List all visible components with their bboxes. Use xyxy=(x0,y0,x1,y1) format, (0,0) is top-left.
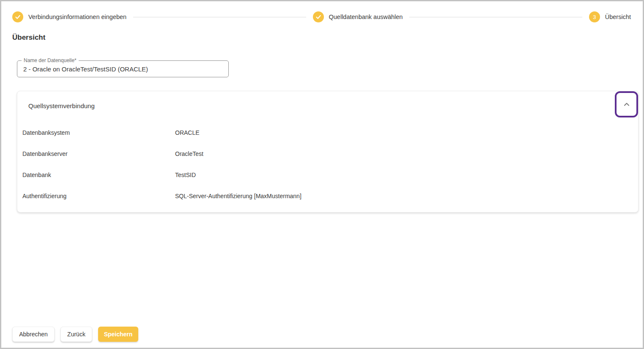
step-3-uebersicht[interactable]: 3 Übersicht xyxy=(589,11,631,22)
step-1-verbindungsinformationen[interactable]: Verbindungsinformationen eingeben xyxy=(12,11,126,22)
table-row: Datenbanksystem ORACLE xyxy=(17,122,638,143)
step-completed-check-icon xyxy=(12,11,23,22)
table-row: Datenbank TestSID xyxy=(17,164,638,185)
table-row: Authentifizierung SQL-Server-Authentifiz… xyxy=(17,185,638,207)
datasource-name-label: Name der Datenquelle* xyxy=(22,57,79,64)
save-button[interactable]: Speichern xyxy=(98,327,138,342)
source-connection-card: Quellsystemverbindung Datenbanksystem OR… xyxy=(17,91,639,213)
row-label: Datenbank xyxy=(22,172,175,178)
row-value: TestSID xyxy=(175,172,196,178)
back-button[interactable]: Zurück xyxy=(60,327,92,342)
row-label: Datenbankserver xyxy=(22,150,175,157)
row-value: ORACLE xyxy=(175,129,200,136)
chevron-up-icon xyxy=(623,102,630,107)
row-label: Datenbanksystem xyxy=(22,129,175,136)
card-title: Quellsystemverbindung xyxy=(17,91,638,109)
step-completed-check-icon xyxy=(313,11,324,22)
step-3-label: Übersicht xyxy=(605,14,631,20)
step-number-badge: 3 xyxy=(589,11,600,22)
step-1-label: Verbindungsinformationen eingeben xyxy=(28,14,126,20)
datasource-name-field: Name der Datenquelle* xyxy=(17,60,229,77)
stepper-connector xyxy=(409,17,582,17)
wizard-footer: Abbrechen Zurück Speichern xyxy=(12,327,643,342)
table-row: Datenbankserver OracleTest xyxy=(17,143,638,164)
row-value: OracleTest xyxy=(175,150,203,157)
step-2-label: Quelldatenbank auswählen xyxy=(329,14,403,20)
card-rows: Datenbanksystem ORACLE Datenbankserver O… xyxy=(17,122,638,207)
row-value: SQL-Server-Authentifizierung [MaxMusterm… xyxy=(175,193,301,199)
page-title: Übersicht xyxy=(12,33,643,42)
wizard-stepper: Verbindungsinformationen eingeben Quelld… xyxy=(1,1,643,22)
collapse-card-button[interactable] xyxy=(615,91,638,117)
row-label: Authentifizierung xyxy=(22,193,175,199)
stepper-connector xyxy=(133,17,306,17)
cancel-button[interactable]: Abbrechen xyxy=(12,327,55,342)
step-2-quelldatenbank[interactable]: Quelldatenbank auswählen xyxy=(313,11,403,22)
